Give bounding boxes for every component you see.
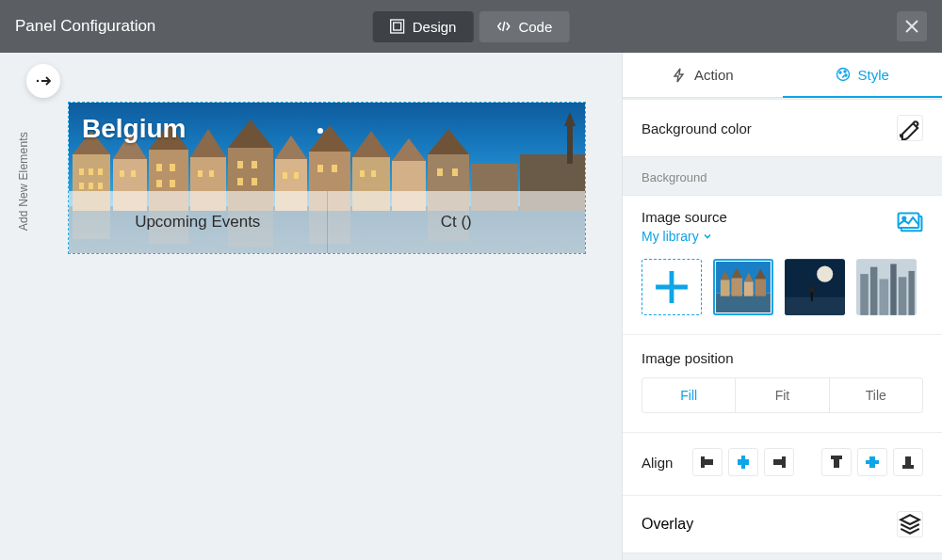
svg-rect-51 bbox=[332, 165, 337, 172]
side-tab-style-label: Style bbox=[858, 67, 889, 83]
svg-rect-39 bbox=[170, 164, 175, 171]
tab-design[interactable]: Design bbox=[373, 11, 474, 42]
add-image-button[interactable] bbox=[642, 259, 702, 315]
align-bottom[interactable] bbox=[893, 448, 923, 476]
svg-rect-47 bbox=[252, 178, 257, 185]
svg-rect-72 bbox=[731, 278, 742, 296]
svg-rect-46 bbox=[237, 178, 243, 185]
align-v-center[interactable] bbox=[857, 448, 887, 476]
svg-rect-41 bbox=[170, 180, 175, 187]
background-section-title: Background bbox=[623, 157, 942, 194]
svg-rect-93 bbox=[739, 460, 748, 464]
svg-rect-97 bbox=[835, 459, 838, 467]
panel-background: Belgium Upcoming Events Ct () bbox=[69, 103, 585, 253]
align-right[interactable] bbox=[764, 448, 794, 476]
side-tab-action-label: Action bbox=[694, 67, 734, 83]
svg-rect-94 bbox=[783, 457, 785, 467]
svg-rect-30 bbox=[79, 168, 84, 175]
bg-color-picker[interactable] bbox=[897, 115, 923, 141]
overlay-button[interactable] bbox=[897, 511, 923, 537]
svg-rect-53 bbox=[371, 170, 376, 177]
seg-tile[interactable]: Tile bbox=[829, 378, 922, 412]
panel-tab-ct[interactable]: Ct () bbox=[328, 191, 586, 253]
svg-rect-100 bbox=[903, 466, 913, 468]
layers-icon bbox=[898, 512, 922, 536]
svg-rect-40 bbox=[156, 180, 162, 187]
svg-rect-55 bbox=[452, 168, 458, 176]
svg-rect-43 bbox=[209, 170, 214, 177]
thumb-moon[interactable] bbox=[785, 259, 845, 315]
image-position-label: Image position bbox=[623, 335, 942, 377]
svg-point-62 bbox=[839, 72, 841, 73]
svg-rect-36 bbox=[120, 170, 124, 177]
add-elements-label[interactable]: Add New Elements bbox=[17, 132, 30, 231]
align-top[interactable] bbox=[821, 448, 852, 476]
plus-icon bbox=[642, 260, 701, 314]
svg-rect-44 bbox=[237, 161, 243, 168]
svg-rect-48 bbox=[283, 172, 287, 179]
svg-rect-89 bbox=[908, 271, 914, 315]
svg-rect-49 bbox=[294, 172, 299, 179]
svg-rect-85 bbox=[870, 267, 877, 315]
code-icon bbox=[495, 19, 511, 34]
svg-rect-28 bbox=[567, 126, 573, 164]
action-icon bbox=[672, 68, 687, 83]
svg-rect-37 bbox=[131, 170, 136, 177]
thumb-city[interactable] bbox=[856, 259, 917, 315]
side-tab-action[interactable]: Action bbox=[623, 53, 783, 98]
svg-rect-74 bbox=[744, 281, 754, 296]
svg-rect-90 bbox=[702, 457, 704, 467]
image-source-link-label: My library bbox=[642, 229, 699, 244]
overlay-label: Overlay bbox=[642, 516, 693, 533]
svg-point-79 bbox=[817, 266, 833, 282]
tab-design-label: Design bbox=[413, 19, 457, 35]
svg-rect-96 bbox=[832, 456, 841, 458]
svg-point-19 bbox=[317, 128, 323, 134]
seg-fill[interactable]: Fill bbox=[642, 378, 735, 412]
svg-rect-33 bbox=[79, 183, 84, 189]
svg-rect-34 bbox=[89, 183, 93, 189]
panel-tab-events[interactable]: Upcoming Events bbox=[69, 191, 328, 253]
side-tab-style[interactable]: Style bbox=[783, 53, 943, 98]
page-title: Panel Configuration bbox=[15, 17, 155, 36]
svg-rect-52 bbox=[360, 170, 365, 177]
thumb-belgium[interactable] bbox=[713, 259, 773, 315]
image-position-segment: Fill Fit Tile bbox=[642, 377, 923, 413]
tab-code[interactable]: Code bbox=[479, 11, 569, 42]
svg-point-61 bbox=[836, 69, 849, 81]
image-source-dropdown[interactable]: My library bbox=[642, 229, 727, 244]
svg-rect-69 bbox=[716, 294, 771, 312]
align-h-center[interactable] bbox=[728, 448, 758, 476]
close-button[interactable] bbox=[897, 11, 927, 41]
svg-rect-84 bbox=[860, 274, 869, 315]
svg-rect-81 bbox=[811, 291, 813, 301]
svg-rect-45 bbox=[252, 161, 257, 168]
tab-code-label: Code bbox=[518, 19, 552, 35]
preview-panel[interactable]: Belgium Upcoming Events Ct () bbox=[68, 102, 586, 254]
chevron-down-icon bbox=[703, 232, 712, 241]
seg-fit[interactable]: Fit bbox=[735, 378, 828, 412]
svg-rect-35 bbox=[98, 183, 103, 189]
svg-rect-95 bbox=[774, 460, 782, 464]
background-color-row: Background color bbox=[623, 100, 942, 156]
svg-point-2 bbox=[37, 80, 39, 82]
svg-point-63 bbox=[844, 71, 846, 72]
align-label: Align bbox=[642, 455, 683, 471]
svg-rect-87 bbox=[890, 264, 896, 314]
design-icon bbox=[390, 19, 405, 34]
panel-title: Belgium bbox=[82, 114, 186, 144]
bg-color-label: Background color bbox=[642, 120, 752, 136]
image-library-button[interactable] bbox=[897, 209, 923, 235]
svg-rect-32 bbox=[98, 168, 103, 175]
align-left[interactable] bbox=[692, 448, 723, 476]
svg-rect-50 bbox=[317, 165, 323, 172]
svg-rect-70 bbox=[721, 280, 730, 296]
svg-rect-91 bbox=[705, 460, 712, 464]
image-icon bbox=[897, 212, 923, 232]
style-icon bbox=[836, 67, 851, 82]
svg-rect-99 bbox=[870, 457, 874, 467]
svg-rect-31 bbox=[89, 168, 93, 175]
svg-rect-42 bbox=[198, 170, 203, 177]
svg-point-82 bbox=[809, 286, 815, 292]
svg-rect-101 bbox=[906, 457, 910, 465]
